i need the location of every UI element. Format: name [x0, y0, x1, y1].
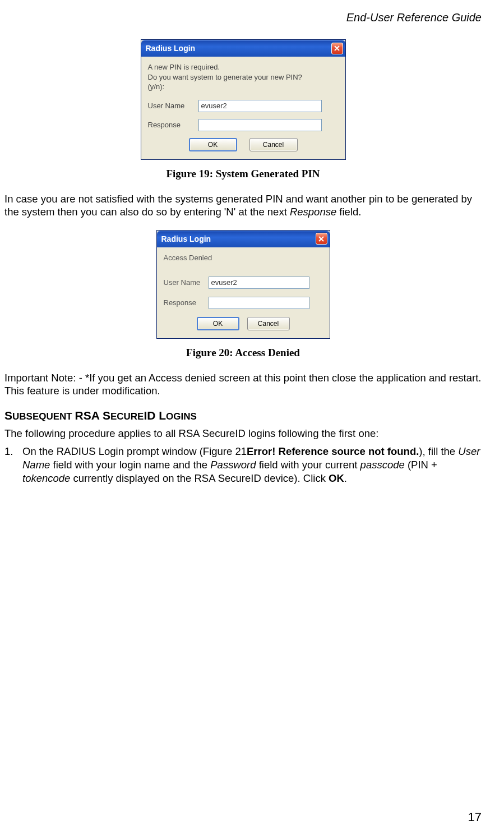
cancel-button[interactable]: Cancel [247, 317, 290, 330]
text: currently displayed on the RSA SecureID … [70, 472, 329, 484]
page-number: 17 [468, 810, 482, 825]
section-heading: SUBSEQUENT RSA SECUREID LOGINS [4, 409, 482, 422]
text: . [344, 472, 347, 484]
username-label: User Name [164, 278, 209, 287]
text: field with your login name and the [50, 459, 210, 471]
text-bold: Error! Reference source not found. [247, 445, 419, 457]
username-field[interactable] [209, 277, 309, 289]
figure-caption-20: Figure 20: Access Denied [4, 347, 482, 359]
dialog-message: Access Denied [164, 253, 323, 263]
list-number: 1. [4, 445, 22, 485]
msg-line: (y/n): [148, 82, 339, 92]
username-label: User Name [148, 102, 198, 110]
heading-part: ECURE [110, 411, 144, 422]
dialog-title: Radius Login [146, 44, 196, 53]
response-field[interactable] [198, 119, 322, 131]
close-icon[interactable] [331, 43, 343, 54]
response-label: Response [148, 121, 198, 129]
heading-part: L [159, 409, 166, 422]
titlebar: Radius Login [141, 40, 345, 57]
text-italic: tokencode [22, 472, 70, 484]
paragraph: The following procedure applies to all R… [4, 427, 482, 440]
text-italic: Response [290, 206, 336, 218]
text-italic: Password [210, 459, 256, 471]
close-icon[interactable] [316, 233, 327, 245]
radius-login-dialog-1: Radius Login A new PIN is required. Do y… [141, 39, 346, 160]
heading-part: RSA S [75, 409, 110, 422]
text: On the RADIUS Login prompt window (Figur… [22, 445, 247, 457]
radius-login-dialog-2: Radius Login Access Denied User Name Res… [156, 230, 330, 339]
paragraph: Important Note: - *If you get an Access … [4, 371, 482, 398]
ok-button[interactable]: OK [189, 138, 237, 151]
dialog-message: A new PIN is required. Do you want syste… [148, 62, 339, 92]
text: field. [336, 206, 361, 218]
heading-part: S [4, 409, 12, 422]
cancel-button[interactable]: Cancel [249, 138, 298, 151]
heading-part: UBSEQUENT [12, 411, 75, 422]
response-label: Response [164, 298, 209, 307]
msg-line: A new PIN is required. [148, 62, 339, 72]
ok-button[interactable]: OK [197, 317, 239, 330]
titlebar: Radius Login [157, 231, 330, 247]
list-item: 1. On the RADIUS Login prompt window (Fi… [4, 445, 482, 485]
text: In case you are not satisfied with the s… [4, 193, 472, 218]
doc-header: End-User Reference Guide [346, 11, 482, 24]
heading-part: ID [144, 409, 159, 422]
heading-part: OGINS [166, 411, 197, 422]
msg-line: Do you want system to generate your new … [148, 72, 339, 82]
list-body: On the RADIUS Login prompt window (Figur… [22, 445, 482, 485]
text-italic: passcode [360, 459, 405, 471]
text: field with your current [256, 459, 360, 471]
text: (PIN + [405, 459, 437, 471]
text: ), fill the [419, 445, 458, 457]
dialog-title: Radius Login [161, 234, 211, 243]
response-field[interactable] [209, 297, 309, 309]
text-bold: OK [329, 472, 344, 484]
paragraph: In case you are not satisfied with the s… [4, 192, 482, 219]
username-field[interactable] [198, 100, 322, 112]
figure-caption-19: Figure 19: System Generated PIN [4, 168, 482, 180]
